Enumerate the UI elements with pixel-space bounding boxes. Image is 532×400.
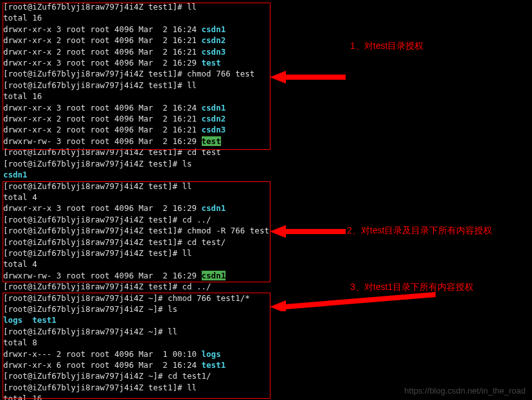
watermark: https://blog.csdn.net/in_the_road — [404, 385, 526, 396]
line: [root@iZuf67blyji8raw797j4i4Z test1]# ll — [3, 80, 532, 91]
line: drwxr-xr-x 2 root root 4096 Mar 2 16:21 … — [3, 113, 532, 124]
line: drwxrw-rw- 3 root root 4096 Mar 2 16:29 … — [3, 136, 532, 147]
line: drwxr-xr-x 2 root root 4096 Mar 2 16:21 … — [3, 46, 532, 57]
line: drwxr-xr-x 3 root root 4096 Mar 2 16:29 … — [3, 203, 532, 214]
line: [root@iZuf67blyji8raw797j4i4Z test1]# ch… — [3, 68, 532, 79]
line: [root@iZuf67blyji8raw797j4i4Z test]# cd … — [3, 214, 532, 225]
line: [root@iZuf67blyji8raw797j4i4Z ~]# cd tes… — [3, 370, 532, 381]
annotation-3: 3、对test1目录下所有内容授权 — [350, 282, 474, 293]
line: [root@iZuf67blyji8raw797j4i4Z ~]# ll — [3, 326, 532, 337]
annotation-1: 1、对test目录授权 — [350, 41, 423, 51]
line: drwxr-xr-x 2 root root 4096 Mar 2 16:21 … — [3, 124, 532, 135]
line: logs test1 — [3, 314, 532, 325]
annotation-2: 2、对test目录及目录下所有内容授权 — [347, 225, 492, 236]
line: drwxr-xr-x 3 root root 4096 Mar 2 16:29 … — [3, 57, 532, 68]
dir-csdn2: csdn2 — [202, 35, 226, 45]
line: [root@iZuf67blyji8raw797j4i4Z ~]# chmod … — [3, 293, 532, 304]
line: [root@iZuf67blyji8raw797j4i4Z test]# ll — [3, 181, 532, 192]
line: total 8 — [3, 337, 532, 348]
line: [root@iZuf67blyji8raw797j4i4Z test]# ll — [3, 248, 532, 259]
line: drwxr-xr-x 6 root root 4096 Mar 2 16:24 … — [3, 359, 532, 370]
line: [root@iZuf67blyji8raw797j4i4Z test1]# ll — [3, 1, 532, 12]
terminal: [root@iZuf67blyji8raw797j4i4Z test1]# ll… — [0, 0, 532, 400]
line: drwxr-xr-x 2 root root 4096 Mar 2 16:21 … — [3, 35, 532, 46]
dir-csdn1: csdn1 — [202, 24, 226, 34]
line: csdn1 — [3, 169, 532, 180]
line: [root@iZuf67blyji8raw797j4i4Z test1]# cd… — [3, 237, 532, 248]
line: drwxr-xr-x 3 root root 4096 Mar 2 16:24 … — [3, 24, 532, 35]
line: [root@iZuf67blyji8raw797j4i4Z test]# ls — [3, 158, 532, 169]
line: drwxrw-rw- 3 root root 4096 Mar 2 16:29 … — [3, 270, 532, 281]
line: drwxr-x--- 2 root root 4096 Mar 1 00:10 … — [3, 349, 532, 359]
line: total 4 — [3, 259, 532, 269]
line: [root@iZuf67blyji8raw797j4i4Z test1]# cd… — [3, 147, 532, 158]
line: total 4 — [3, 192, 532, 203]
line: total 16 — [3, 91, 532, 102]
dir-test: test — [202, 58, 221, 68]
line: [root@iZuf67blyji8raw797j4i4Z ~]# ls — [3, 304, 532, 314]
line: drwxr-xr-x 3 root root 4096 Mar 2 16:24 … — [3, 102, 532, 113]
dir-csdn3: csdn3 — [202, 47, 226, 57]
line: total 16 — [3, 12, 532, 23]
